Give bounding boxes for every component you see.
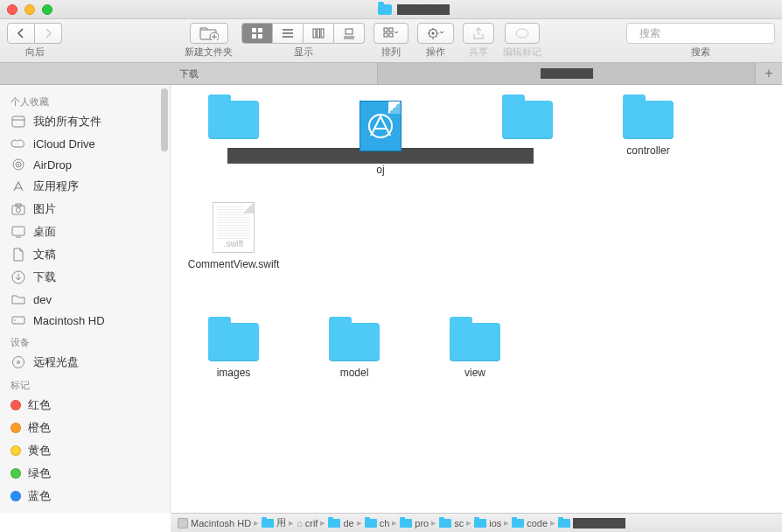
action-button[interactable]: [417, 23, 454, 44]
file-label: images: [217, 367, 251, 379]
path-segment[interactable]: ⌂crif: [297, 518, 318, 528]
file-item-controller[interactable]: controller: [606, 101, 690, 176]
path-segment[interactable]: sc: [439, 518, 464, 528]
arrange-button[interactable]: [374, 23, 408, 44]
path-label: ch: [380, 518, 390, 528]
sidebar-item-pictures[interactable]: 图片: [0, 198, 170, 220]
path-segment[interactable]: Macintosh HD: [178, 518, 251, 528]
view-list-button[interactable]: [273, 23, 304, 44]
sidebar-item-icloud[interactable]: iCloud Drive: [0, 133, 170, 154]
file-item-view[interactable]: view: [433, 323, 517, 379]
tab-label: 下载: [179, 67, 199, 80]
file-item-xcproj[interactable]: [339, 101, 422, 151]
window-title: [52, 4, 775, 15]
sidebar-item-documents[interactable]: 文稿: [0, 243, 170, 266]
sidebar-item-label: 远程光盘: [33, 354, 79, 370]
file-item[interactable]: [485, 101, 569, 151]
tab-current[interactable]: [378, 63, 756, 84]
sidebar-tag-yellow[interactable]: 黄色: [0, 439, 170, 462]
path-segment[interactable]: de: [328, 518, 353, 528]
file-label: oj: [376, 164, 384, 176]
search-group: 搜索: [626, 23, 775, 59]
file-item-swift[interactable]: .swift CommentView.swift: [192, 202, 276, 270]
path-segment[interactable]: 用: [262, 516, 286, 529]
disc-icon: [10, 355, 26, 369]
action-group: 操作: [417, 23, 454, 59]
share-button[interactable]: [463, 23, 494, 44]
sidebar-item-hd[interactable]: Macintosh HD: [0, 310, 170, 331]
view-label: 显示: [294, 46, 313, 59]
view-coverflow-button[interactable]: [334, 23, 365, 44]
svg-rect-2: [252, 28, 256, 32]
xcode-project-icon: [360, 101, 401, 151]
edit-tags-button[interactable]: [505, 23, 540, 44]
file-item[interactable]: [192, 101, 276, 151]
maximize-icon[interactable]: [42, 4, 52, 15]
svg-rect-25: [12, 227, 24, 235]
cloud-icon: [10, 136, 26, 150]
folder-icon: [439, 519, 451, 528]
minimize-icon[interactable]: [24, 4, 35, 15]
forward-button[interactable]: [35, 23, 62, 44]
svg-rect-13: [389, 33, 393, 37]
svg-rect-6: [313, 29, 316, 38]
new-folder-button[interactable]: [190, 23, 228, 44]
file-label: view: [464, 367, 485, 379]
sidebar-item-desktop[interactable]: 桌面: [0, 220, 170, 243]
file-label: CommentView.swift: [188, 258, 279, 270]
folder-icon: [328, 519, 340, 528]
tab-downloads[interactable]: 下载: [0, 63, 378, 84]
sidebar-item-airdrop[interactable]: AirDrop: [0, 154, 170, 175]
folder-icon: [512, 519, 524, 528]
sidebar: 个人收藏 我的所有文件 iCloud Drive AirDrop 应用程序 图片…: [0, 85, 171, 513]
view-icon-button[interactable]: [241, 23, 273, 44]
arrange-label: 排列: [381, 46, 401, 59]
svg-point-15: [432, 32, 435, 35]
close-icon[interactable]: [7, 4, 17, 15]
scrollbar-thumb[interactable]: [161, 88, 168, 151]
path-label: crif: [305, 518, 318, 528]
search-input[interactable]: [639, 27, 771, 39]
apps-icon: [10, 179, 26, 193]
path-label: Macintosh HD: [191, 518, 251, 528]
airdrop-icon: [10, 158, 26, 172]
view-columns-button[interactable]: [304, 23, 334, 44]
tab-add-button[interactable]: +: [756, 63, 782, 84]
file-label: model: [340, 367, 369, 379]
sidebar-item-label: 橙色: [28, 420, 51, 436]
sidebar-tag-purple[interactable]: 紫色: [0, 508, 170, 513]
sidebar-tag-orange[interactable]: 橙色: [0, 416, 170, 439]
folder-icon: [10, 292, 26, 306]
window-controls: [7, 4, 52, 15]
file-item-images[interactable]: images: [192, 323, 276, 379]
back-button[interactable]: [7, 23, 35, 44]
sidebar-tag-red[interactable]: 红色: [0, 394, 170, 416]
new-folder-group: 新建文件夹: [185, 23, 233, 59]
nav-label: 向后: [25, 46, 45, 59]
tab-masked-label: [541, 68, 593, 79]
sidebar-item-all-files[interactable]: 我的所有文件: [0, 110, 170, 133]
sidebar-item-dev[interactable]: dev: [0, 289, 170, 310]
sidebar-item-label: 紫色: [28, 511, 51, 513]
folder-icon: [208, 323, 259, 361]
path-segment[interactable]: code: [512, 518, 548, 528]
sidebar-tag-blue[interactable]: 蓝色: [0, 485, 170, 508]
sidebar-item-remote-disc[interactable]: 远程光盘: [0, 351, 170, 374]
sidebar-item-downloads[interactable]: 下载: [0, 266, 170, 289]
sidebar-item-label: iCloud Drive: [33, 137, 95, 150]
arrange-group: 排列: [374, 23, 408, 59]
share-icon: [472, 26, 485, 40]
path-segment[interactable]: pro: [400, 518, 429, 528]
sidebar-item-label: 我的所有文件: [33, 114, 101, 130]
path-segment[interactable]: [558, 518, 625, 528]
sidebar-item-apps[interactable]: 应用程序: [0, 175, 170, 198]
svg-rect-3: [258, 28, 262, 32]
path-segment[interactable]: ch: [365, 518, 390, 528]
path-segment[interactable]: ios: [474, 518, 501, 528]
sidebar-tag-green[interactable]: 绿色: [0, 462, 170, 485]
title-masked: [397, 4, 450, 15]
tag-dot-icon: [10, 468, 21, 479]
file-browser[interactable]: oj controller .swift CommentView.swift i…: [171, 85, 782, 513]
file-item-model[interactable]: model: [312, 323, 396, 379]
search-field[interactable]: [626, 23, 775, 44]
